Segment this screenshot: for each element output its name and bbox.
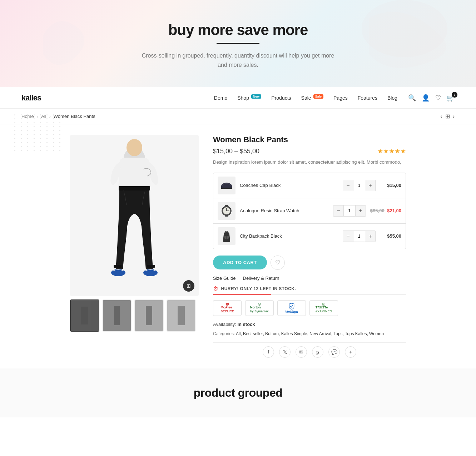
qty-control-2: − + bbox=[333, 205, 366, 217]
star-rating: ★★★★★ bbox=[377, 147, 406, 155]
search-icon: 🔍 bbox=[408, 94, 416, 101]
nav-shop[interactable]: Shop New bbox=[237, 95, 261, 101]
user-icon: 👤 bbox=[422, 94, 430, 101]
qty-decrease-3[interactable]: − bbox=[343, 231, 353, 242]
qty-decrease-1[interactable]: − bbox=[343, 180, 353, 191]
thumbnail-4[interactable] bbox=[167, 299, 196, 332]
more-share[interactable]: + bbox=[345, 346, 356, 358]
product-figure bbox=[88, 137, 181, 294]
badge-sale: Sale bbox=[313, 94, 324, 99]
main-product-image: ⊞ bbox=[70, 135, 199, 296]
wishlist-button[interactable]: ♡ bbox=[271, 256, 285, 270]
cart-badge: 1 bbox=[452, 92, 457, 98]
availability-row: Availability: In stock bbox=[213, 322, 406, 327]
grouped-name-2: Analogue Resin Strap Watch bbox=[240, 208, 329, 213]
nav-features[interactable]: Features bbox=[358, 95, 377, 101]
bottom-title: product grouped bbox=[7, 386, 469, 400]
qty-increase-3[interactable]: + bbox=[365, 231, 375, 242]
thumbnail-2[interactable] bbox=[102, 299, 132, 332]
nav-blog[interactable]: Blog bbox=[387, 95, 397, 101]
nav-demo[interactable]: Demo bbox=[214, 95, 227, 101]
grouped-thumb-1 bbox=[218, 177, 235, 194]
search-button[interactable]: 🔍 bbox=[408, 94, 416, 102]
qty-control-3: − + bbox=[343, 231, 376, 242]
user-button[interactable]: 👤 bbox=[422, 94, 430, 102]
nav-products[interactable]: Products bbox=[271, 95, 291, 101]
nav-sale[interactable]: Sale Sale bbox=[301, 95, 323, 101]
svg-rect-7 bbox=[147, 265, 155, 268]
size-guide-link[interactable]: Size Guide bbox=[213, 276, 236, 281]
info-links: Size Guide Delivery & Return bbox=[213, 276, 406, 281]
svg-rect-12 bbox=[225, 215, 228, 217]
stock-bar bbox=[213, 294, 406, 295]
stock-warning: ⏱ HURRY! ONLY 12 LEFT IN STOCK. bbox=[213, 286, 406, 292]
pinterest-share[interactable]: 𝐩 bbox=[312, 346, 323, 358]
navbar-logo[interactable]: kalles bbox=[21, 93, 41, 103]
product-description: Design inspiration lorem ipsum dolor sit… bbox=[213, 159, 406, 166]
messenger-icon: 💬 bbox=[331, 349, 337, 355]
grid-view-button[interactable]: ⊞ bbox=[445, 113, 450, 120]
messenger-share[interactable]: 💬 bbox=[328, 346, 340, 358]
delivery-return-link[interactable]: Delivery & Return bbox=[243, 276, 279, 281]
svg-rect-11 bbox=[225, 205, 228, 207]
svg-rect-6 bbox=[114, 265, 122, 268]
categories-value: All, Best seller, Bottom, Kalles Simple,… bbox=[236, 331, 384, 336]
grouped-name-3: City Backpack Black bbox=[240, 233, 338, 239]
thumbnail-3[interactable] bbox=[134, 299, 164, 332]
bottom-section: product grouped bbox=[0, 368, 476, 417]
badge-new: New bbox=[251, 94, 262, 99]
product-title: Women Black Pants bbox=[213, 135, 406, 144]
breadcrumb-nav: ‹ ⊞ › bbox=[440, 113, 455, 120]
grouped-row-1: Coaches Cap Black − + $15,00 bbox=[213, 173, 406, 198]
product-section: ⊞ bbox=[59, 135, 417, 358]
qty-input-2[interactable] bbox=[343, 205, 356, 216]
action-row: ADD TO CART ♡ bbox=[213, 256, 406, 270]
twitter-share[interactable]: 𝕏 bbox=[279, 346, 291, 358]
stock-warning-text: HURRY! ONLY 12 LEFT IN STOCK. bbox=[221, 286, 296, 291]
nav-pages[interactable]: Pages bbox=[333, 95, 348, 101]
social-row: f 𝕏 ✉ 𝐩 💬 + bbox=[213, 342, 406, 358]
grouped-name-1: Coaches Cap Black bbox=[240, 183, 338, 188]
grouped-thumb-2 bbox=[218, 202, 235, 220]
thumbnail-row bbox=[70, 299, 199, 332]
navbar: kalles Demo Shop New Products Sale Sale … bbox=[0, 87, 476, 109]
hero-section: buy more save more Cross-selling in grou… bbox=[0, 0, 476, 87]
cart-button[interactable]: 🛒 1 bbox=[447, 94, 455, 102]
grouped-price-2: $85,00 $21,00 bbox=[370, 208, 401, 213]
trust-badges: M McAfeeSECURE Nortonby Symantec VeriSig… bbox=[213, 300, 406, 316]
timer-icon: ⏱ bbox=[213, 286, 218, 292]
facebook-icon: f bbox=[268, 349, 269, 355]
zoom-icon: ⊞ bbox=[187, 283, 191, 289]
svg-rect-5 bbox=[119, 186, 150, 190]
truste-badge: TRUSTeeXAMINED bbox=[309, 300, 338, 316]
navbar-nav: Demo Shop New Products Sale Sale Pages F… bbox=[214, 95, 397, 101]
hero-divider bbox=[217, 43, 259, 44]
thumbnail-1[interactable] bbox=[70, 299, 99, 332]
grouped-price-3: $55,00 bbox=[380, 233, 401, 239]
product-images: ⊞ bbox=[70, 135, 199, 358]
price-sale-2: $21,00 bbox=[387, 208, 401, 213]
pinterest-icon: 𝐩 bbox=[316, 349, 319, 355]
more-icon: + bbox=[349, 349, 352, 355]
twitter-icon: 𝕏 bbox=[283, 349, 287, 355]
facebook-share[interactable]: f bbox=[263, 346, 274, 358]
next-product-button[interactable]: › bbox=[453, 113, 455, 120]
qty-increase-1[interactable]: + bbox=[365, 180, 375, 191]
navbar-icons: 🔍 👤 ♡ 🛒 1 bbox=[408, 94, 455, 102]
prev-product-button[interactable]: ‹ bbox=[440, 113, 442, 120]
email-icon: ✉ bbox=[299, 349, 303, 355]
heart-icon: ♡ bbox=[435, 94, 441, 101]
qty-input-3[interactable] bbox=[353, 231, 365, 242]
qty-increase-2[interactable]: + bbox=[356, 205, 366, 216]
grouped-products-table: Coaches Cap Black − + $15,00 bbox=[213, 173, 406, 249]
product-info: Women Black Pants $15,00 – $55,00 ★★★★★ … bbox=[213, 135, 406, 358]
stock-bar-fill bbox=[213, 294, 271, 295]
zoom-button[interactable]: ⊞ bbox=[183, 280, 194, 292]
qty-decrease-2[interactable]: − bbox=[333, 205, 343, 216]
mcafee-badge: M McAfeeSECURE bbox=[213, 300, 242, 316]
email-share[interactable]: ✉ bbox=[296, 346, 307, 358]
breadcrumb-bar: Home › All › Women Black Pants ‹ ⊞ › bbox=[0, 109, 476, 124]
qty-input-1[interactable] bbox=[353, 180, 365, 191]
add-to-cart-button[interactable]: ADD TO CART bbox=[213, 256, 267, 269]
wishlist-button[interactable]: ♡ bbox=[435, 94, 441, 102]
